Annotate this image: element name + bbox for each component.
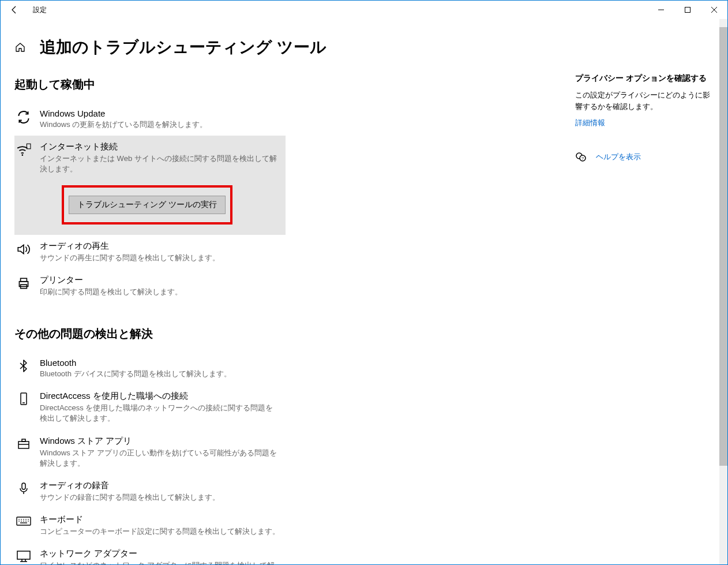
- section-other-title: その他の問題の検出と解決: [14, 326, 534, 342]
- ts-item-audio-playback[interactable]: オーディオの再生 サウンドの再生に関する問題を検出して解決します。: [14, 235, 286, 269]
- right-sidebar: プライバシー オプションを確認する この設定がプライバシーにどのように影響するか…: [575, 73, 714, 163]
- home-icon[interactable]: [14, 42, 26, 53]
- svg-text:?: ?: [581, 156, 584, 160]
- scrollbar[interactable]: [719, 19, 727, 564]
- privacy-text: この設定がプライバシーにどのように影響するかを確認します。: [575, 89, 714, 112]
- ts-item-printer[interactable]: プリンター 印刷に関する問題を検出して解決します。: [14, 269, 286, 303]
- svg-rect-7: [21, 278, 27, 281]
- ts-name: ネットワーク アダプター: [40, 548, 280, 559]
- ts-desc: サウンドの録音に関する問題を検出して解決します。: [40, 492, 280, 503]
- printer-icon: [14, 275, 33, 293]
- phone-icon: [14, 391, 33, 409]
- store-icon: [14, 436, 33, 454]
- back-button[interactable]: [5, 1, 24, 19]
- ts-desc: サウンドの再生に関する問題を検出して解決します。: [40, 253, 280, 263]
- ts-name: インターネット接続: [40, 141, 280, 152]
- ts-desc: インターネットまたは Web サイトへの接続に関する問題を検出して解決します。: [40, 154, 280, 174]
- wifi-diag-icon: [14, 141, 33, 160]
- privacy-title: プライバシー オプションを確認する: [575, 73, 714, 84]
- highlight-box: トラブルシューティング ツールの実行: [62, 185, 232, 224]
- keyboard-icon: [14, 514, 33, 533]
- ts-name: Bluetooth: [40, 358, 280, 368]
- ts-name: DirectAccess を使用した職場への接続: [40, 391, 280, 402]
- ts-item-windows-update[interactable]: Windows Update Windows の更新を妨げている問題を解決します…: [14, 103, 286, 136]
- ts-desc: Windows ストア アプリの正しい動作を妨げている可能性がある問題を解決しま…: [40, 448, 280, 469]
- privacy-link[interactable]: 詳細情報: [575, 118, 714, 128]
- app-title: 設定: [33, 5, 47, 15]
- maximize-button[interactable]: [674, 1, 701, 19]
- monitor-icon: [14, 548, 33, 565]
- ts-name: キーボード: [40, 514, 280, 525]
- ts-item-directaccess[interactable]: DirectAccess を使用した職場への接続 DirectAccess を使…: [14, 385, 286, 429]
- help-link[interactable]: ヘルプを表示: [596, 152, 641, 162]
- help-icon: ?: [575, 151, 587, 163]
- scrollbar-thumb[interactable]: [719, 27, 727, 466]
- ts-desc: ワイヤレスなどのネットワーク アダプターに関する問題を検出して解決しま: [40, 560, 280, 565]
- bluetooth-icon: [14, 358, 33, 376]
- ts-name: オーディオの録音: [40, 480, 280, 491]
- ts-name: プリンター: [40, 275, 280, 286]
- svg-rect-11: [18, 441, 29, 448]
- run-troubleshooter-button[interactable]: トラブルシューティング ツールの実行: [69, 196, 226, 214]
- speaker-icon: [14, 241, 33, 259]
- ts-name: Windows Update: [40, 108, 280, 118]
- section-running-title: 起動して稼働中: [14, 77, 534, 92]
- svg-rect-1: [685, 8, 691, 13]
- svg-rect-14: [22, 483, 25, 489]
- svg-point-4: [22, 155, 24, 156]
- microphone-icon: [14, 480, 33, 499]
- ts-name: オーディオの再生: [40, 241, 280, 252]
- ts-item-internet[interactable]: インターネット接続 インターネットまたは Web サイトへの接続に関する問題を検…: [14, 136, 286, 234]
- ts-item-keyboard[interactable]: キーボード コンピューターのキーボード設定に関する問題を検出して解決します。: [14, 508, 286, 542]
- page-title: 追加のトラブルシューティング ツール: [40, 36, 327, 58]
- ts-desc: Windows の更新を妨げている問題を解決します。: [40, 119, 280, 130]
- ts-item-store[interactable]: Windows ストア アプリ Windows ストア アプリの正しい動作を妨げ…: [14, 430, 286, 474]
- svg-rect-12: [22, 439, 25, 441]
- ts-desc: Bluetooth デバイスに関する問題を検出して解決します。: [40, 369, 280, 379]
- ts-item-bluetooth[interactable]: Bluetooth Bluetooth デバイスに関する問題を検出して解決します…: [14, 352, 286, 385]
- ts-item-network-adapter[interactable]: ネットワーク アダプター ワイヤレスなどのネットワーク アダプターに関する問題を…: [14, 542, 286, 565]
- close-button[interactable]: [701, 1, 727, 19]
- ts-desc: コンピューターのキーボード設定に関する問題を検出して解決します。: [40, 526, 280, 537]
- ts-desc: DirectAccess を使用した職場のネットワークへの接続に関する問題を検出…: [40, 403, 280, 424]
- titlebar: 設定: [1, 1, 727, 19]
- ts-name: Windows ストア アプリ: [40, 436, 280, 447]
- ts-item-audio-record[interactable]: オーディオの録音 サウンドの録音に関する問題を検出して解決します。: [14, 474, 286, 508]
- minimize-button[interactable]: [648, 1, 674, 19]
- ts-desc: 印刷に関する問題を検出して解決します。: [40, 287, 280, 297]
- svg-rect-27: [17, 551, 30, 559]
- sync-icon: [14, 108, 33, 127]
